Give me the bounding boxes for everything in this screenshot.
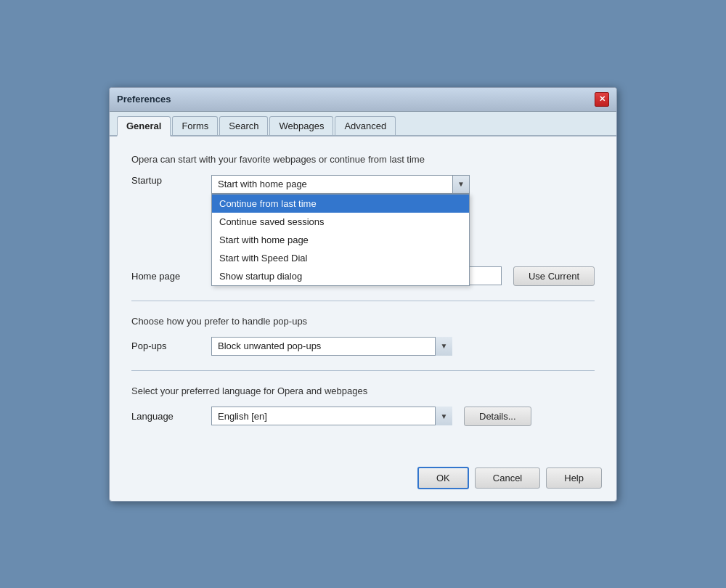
popups-label: Pop-ups [131,340,211,351]
divider-2 [131,370,595,371]
dialog-footer: OK Cancel Help [110,458,616,501]
dropdown-item-continue-last[interactable]: Continue from last time [212,195,469,213]
preferences-dialog: Preferences ✕ General Forms Search Webpa… [109,87,617,502]
popups-field-row: Pop-ups Block unwanted pop-ups ▼ [131,337,595,356]
language-label: Language [131,411,211,422]
tab-webpages[interactable]: Webpages [269,116,333,135]
popups-description: Choose how you prefer to handle pop-ups [131,316,595,327]
tab-forms[interactable]: Forms [172,116,218,135]
dropdown-item-speed-dial[interactable]: Start with Speed Dial [212,249,469,267]
tab-general[interactable]: General [117,116,171,136]
close-button[interactable]: ✕ [595,92,609,107]
popups-dropdown-arrow[interactable]: ▼ [435,337,452,356]
popups-section: Choose how you prefer to handle pop-ups … [131,316,595,356]
language-dropdown-arrow[interactable]: ▼ [435,407,452,425]
use-current-button[interactable]: Use Current [513,266,595,286]
language-field-row: Language English [en] ▼ Details... [131,407,595,426]
dropdown-item-startup-dialog[interactable]: Show startup dialog [212,267,469,285]
startup-label: Startup [131,175,211,186]
help-button[interactable]: Help [546,467,602,489]
language-section: Select your preferred language for Opera… [131,385,595,426]
details-button[interactable]: Details... [464,407,531,426]
divider-1 [131,301,595,301]
dropdown-item-continue-saved[interactable]: Continue saved sessions [212,213,469,231]
homepage-label: Home page [131,271,211,282]
dropdown-item-home-page[interactable]: Start with home page [212,231,469,249]
cancel-button[interactable]: Cancel [475,467,540,489]
startup-field-row: Startup Start with home page ▼ Continue … [131,175,595,194]
startup-section: Opera can start with your favorite webpa… [131,154,595,286]
popups-value[interactable]: Block unwanted pop-ups [211,337,452,356]
content-area: Opera can start with your favorite webpa… [110,136,616,458]
language-select-wrapper: English [en] ▼ [211,407,452,425]
startup-description: Opera can start with your favorite webpa… [131,154,595,165]
startup-value[interactable]: Start with home page [211,175,452,194]
popups-select-wrapper: Block unwanted pop-ups ▼ [211,337,452,356]
startup-dropdown: Continue from last time Continue saved s… [211,194,470,286]
startup-dropdown-arrow[interactable]: ▼ [452,175,470,194]
dialog-title: Preferences [117,94,171,105]
tab-search[interactable]: Search [219,116,268,135]
title-bar: Preferences ✕ [110,88,616,112]
tabs-bar: General Forms Search Webpages Advanced [110,112,616,136]
tab-advanced[interactable]: Advanced [335,116,396,135]
language-description: Select your preferred language for Opera… [131,385,595,396]
language-value[interactable]: English [en] [211,407,452,425]
ok-button[interactable]: OK [417,467,469,489]
